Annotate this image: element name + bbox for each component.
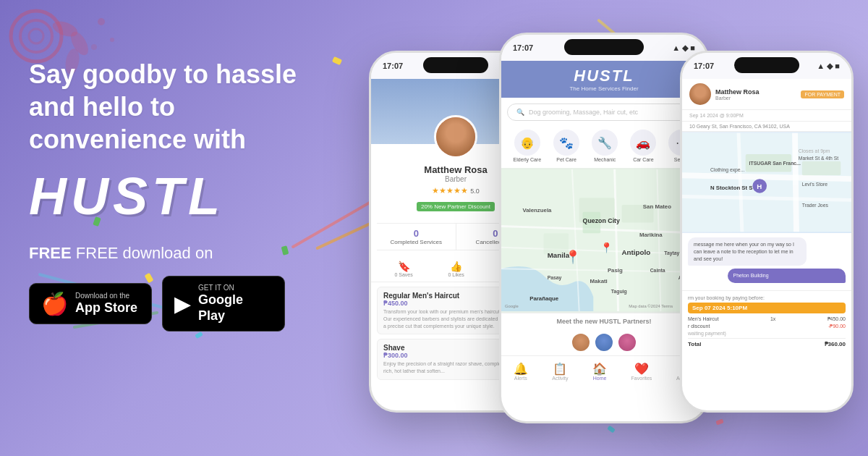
- booking-item-2-label: r discount: [688, 324, 710, 329]
- phone-notch-back: [423, 57, 488, 73]
- booking-avatar: [689, 83, 711, 105]
- svg-text:San Mateo: San Mateo: [643, 203, 671, 210]
- cat-petcare[interactable]: 🐾 Pet Care: [553, 130, 579, 162]
- saves-icon: 🔖: [394, 261, 412, 272]
- booking-item-2: r discount -₱90.00: [688, 324, 846, 329]
- cat-elderly[interactable]: 👴 Elderly Care: [514, 130, 542, 162]
- booking-total-row: Total ₱360.00: [688, 338, 846, 347]
- google-play-text: GET IT ON Google Play: [198, 284, 273, 324]
- booking-item-1-label: Men's Haircut: [688, 316, 719, 322]
- svg-point-1: [20, 20, 52, 52]
- google-main-label: Google Play: [198, 292, 273, 324]
- svg-text:Cainta: Cainta: [650, 268, 665, 273]
- apple-main-label: App Store: [75, 300, 137, 316]
- cat-petcare-icon: 🐾: [553, 130, 579, 156]
- confetti-1: [332, 56, 342, 65]
- svg-line-42: [795, 133, 796, 232]
- chat-msg-1: message me here when your on my way so I…: [688, 237, 807, 266]
- free-download-label: FREE FREE download on: [29, 244, 333, 263]
- map-footer: Meet the new HUSTL Partners!: [501, 313, 707, 329]
- svg-text:Pasig: Pasig: [608, 267, 623, 274]
- svg-text:Parañaque: Parañaque: [529, 295, 559, 302]
- cat-mechanic[interactable]: 🔧 Mechanic: [592, 130, 618, 162]
- phone-notch-front: [734, 57, 799, 73]
- booking-name: Matthew Rosa: [715, 88, 796, 96]
- booking-date-display: Sep 14 2024 @ 9:00PM: [682, 110, 851, 122]
- svg-point-8: [91, 44, 97, 50]
- booking-info: Matthew Rosa Barber: [715, 88, 796, 101]
- likes-item: 👍 0 Likes: [448, 261, 464, 277]
- hustl-map-header: HUSTL The Home Services Finder: [501, 61, 707, 98]
- cat-carcare-icon: 🚗: [630, 130, 656, 156]
- svg-text:Taguig: Taguig: [611, 289, 627, 295]
- nav-activity-icon: 📋: [552, 362, 568, 376]
- cat-carcare-label: Car Care: [633, 157, 653, 162]
- nav-favorites[interactable]: ❤️ Favorites: [631, 362, 652, 381]
- svg-text:N Stockton St S: N Stockton St S: [710, 185, 752, 191]
- stat-completed-num: 0: [378, 228, 454, 239]
- chat-area: message me here when your on my way so I…: [682, 233, 851, 290]
- partner-badge: 20% New Partner Discount: [417, 202, 495, 211]
- map-small: ITSUGAR San Franc... Clothing expe... Le…: [682, 132, 851, 233]
- tagline: Say goodby to hassle and hello to conven…: [29, 58, 333, 156]
- stat-completed: 0 Completed Services: [377, 224, 456, 250]
- nav-activity[interactable]: 📋 Activity: [552, 362, 568, 381]
- apple-store-button[interactable]: 🍎 Download on the App Store: [29, 283, 152, 324]
- icons-front: ▲ ◆ ■: [817, 62, 840, 71]
- svg-text:Closes at 9pm: Closes at 9pm: [799, 148, 830, 154]
- booking-item-1-price: ₱450.00: [827, 316, 846, 322]
- google-play-icon: ▶: [174, 291, 191, 316]
- phones-area: 17:07 ▲ ◆ ■ Matthew Rosa Barber ★★★★★ 5.…: [347, 0, 868, 456]
- nav-home[interactable]: 🏠 Home: [592, 362, 607, 381]
- booking-status: waiting payment): [688, 331, 846, 336]
- svg-text:Trader Joes: Trader Joes: [802, 203, 829, 208]
- map-nav: 🔔 Alerts 📋 Activity 🏠 Home ❤️ Favorites …: [501, 355, 707, 387]
- svg-text:Pasay: Pasay: [548, 275, 562, 281]
- booking-item-1-qty: 1x: [770, 316, 775, 322]
- phone-booking: 17:07 ▲ ◆ ■ Matthew Rosa Barber FOR PAYM…: [680, 51, 854, 413]
- time-mid: 17:07: [513, 43, 533, 52]
- partner-avatar-2: [594, 332, 614, 352]
- svg-text:Market St & 4th St: Market St & 4th St: [799, 156, 838, 161]
- booking-deadline: Sep 07 2024 5:10PM: [688, 303, 846, 313]
- nav-alerts-icon: 🔔: [514, 362, 528, 376]
- apple-sub-label: Download on the: [75, 292, 137, 300]
- saves-item: 🔖 0 Saves: [394, 261, 412, 277]
- svg-point-0: [11, 11, 61, 62]
- phone-map: 17:07 ▲ ◆ ■ HUSTL The Home Services Find…: [499, 33, 709, 423]
- svg-text:Quezon City: Quezon City: [583, 217, 620, 224]
- booking-header: Matthew Rosa Barber FOR PAYMENT: [682, 79, 851, 110]
- svg-text:Makati: Makati: [590, 278, 607, 284]
- svg-text:H: H: [757, 182, 762, 190]
- icons-mid: ▲ ◆ ■: [672, 43, 695, 53]
- nav-favorites-icon: ❤️: [631, 362, 652, 376]
- svg-point-2: [29, 29, 43, 43]
- nav-home-icon: 🏠: [592, 362, 607, 376]
- svg-rect-44: [802, 161, 841, 176]
- svg-text:Valenzuela: Valenzuela: [522, 207, 552, 214]
- map-search-bar[interactable]: 🔍 Dog grooming, Massage, Hair cut, etc: [507, 104, 701, 121]
- booking-item-2-price: -₱90.00: [828, 324, 846, 329]
- google-play-button[interactable]: ▶ GET IT ON Google Play: [162, 276, 285, 332]
- confetti-4: [195, 332, 203, 339]
- category-row: 👴 Elderly Care 🐾 Pet Care 🔧 Mechanic 🚗 C…: [501, 127, 707, 168]
- nav-alerts[interactable]: 🔔 Alerts: [514, 362, 528, 381]
- map-svg: Valenzuela San Mateo Quezon City Marikin…: [501, 168, 707, 313]
- booking-item-1: Men's Haircut 1x ₱450.00: [688, 316, 846, 322]
- svg-text:Google: Google: [505, 304, 519, 308]
- booking-total-label: Total: [688, 341, 702, 347]
- booking-status-badge: FOR PAYMENT: [801, 90, 844, 98]
- apple-icon: 🍎: [41, 291, 68, 316]
- booking-date: Sep 14 2024 @ 9:00PM: [689, 113, 744, 118]
- svg-text:📍: 📍: [565, 249, 581, 265]
- search-icon: 🔍: [516, 109, 524, 116]
- background: Say goodby to hassle and hello to conven…: [0, 0, 868, 456]
- cat-carcare[interactable]: 🚗 Car Care: [630, 130, 656, 162]
- svg-text:ITSUGAR San Franc...: ITSUGAR San Franc...: [749, 161, 801, 166]
- store-buttons: 🍎 Download on the App Store ▶ GET IT ON …: [29, 276, 333, 332]
- booking-address-display: 10 Geary St, San Francisco, CA 94102, US…: [682, 122, 851, 132]
- profile-avatar: [434, 115, 477, 159]
- cat-mechanic-icon: 🔧: [592, 130, 618, 156]
- booking-summary: rm your booking by paying before: Sep 07…: [682, 290, 851, 353]
- phone-notch-mid: [564, 39, 644, 55]
